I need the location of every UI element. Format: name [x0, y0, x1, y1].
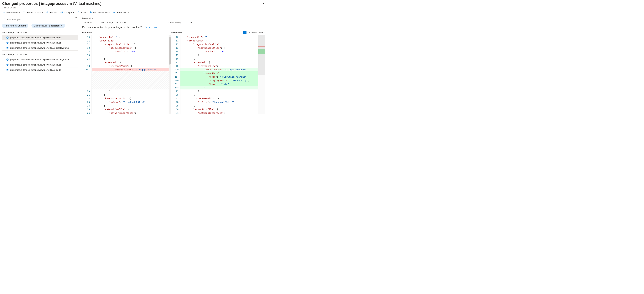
svg-point-4 [114, 12, 115, 13]
change-row[interactable]: iproperties.extended.instanceView.powerS… [2, 40, 78, 45]
change-row[interactable]: iproperties.extended.instanceView.powerS… [2, 35, 78, 40]
refresh-icon [46, 11, 48, 14]
filter-input[interactable] [7, 18, 49, 21]
feedback-yes-link[interactable]: Yes [146, 26, 150, 28]
chevron-down-icon: ▾ [128, 12, 129, 14]
change-row-path: properties.extended.instanceView.powerSt… [10, 36, 61, 39]
full-context-checkbox[interactable] [244, 31, 246, 34]
info-icon: i [6, 58, 9, 61]
collapse-left-button[interactable]: ≪ [75, 16, 78, 19]
info-icon: i [6, 64, 9, 66]
feedback-no-link[interactable]: No [154, 26, 157, 28]
pin-button[interactable]: Pin current filters [90, 11, 110, 14]
change-row[interactable]: iproperties.extended.instanceView.powerS… [2, 62, 78, 67]
search-icon [3, 18, 6, 21]
resource-health-button[interactable]: Resource health [23, 11, 43, 14]
change-row-path: properties.extended.instanceView.powerSt… [10, 64, 61, 66]
time-range-pill[interactable]: Time range : Custom [2, 24, 28, 28]
gear-icon [60, 11, 63, 14]
share-icon [77, 11, 80, 14]
info-icon: i [6, 36, 9, 39]
view-resource-button[interactable]: View resource [2, 11, 20, 14]
svg-text:i: i [7, 64, 8, 66]
change-row-path: properties.extended.instanceView.powerSt… [10, 58, 69, 61]
change-row[interactable]: iproperties.extended.instanceView.powerS… [2, 45, 78, 50]
svg-point-1 [62, 12, 62, 13]
info-icon: i [6, 69, 9, 71]
full-context-label: View Full Context [248, 31, 265, 34]
change-row[interactable]: iproperties.extended.instanceView.powerS… [2, 67, 78, 72]
diagnose-question: Did this information help you diagnose t… [82, 26, 265, 28]
configure-button[interactable]: Configure [60, 11, 74, 14]
close-button[interactable]: ✕ [261, 1, 266, 6]
diff-viewer: 10111213141516171819 20212223242526 "man… [82, 35, 265, 114]
svg-text:i: i [7, 59, 8, 60]
change-group-header: 3/17/2021, 6:22:57 AM PDT [2, 30, 78, 35]
new-value-header: New value [171, 31, 244, 34]
metadata: Description: Timestamp:03/17/2021, 6:22:… [82, 17, 265, 24]
clear-level-icon[interactable]: ✕ [61, 24, 62, 27]
change-row-path: properties.extended.instanceView.powerSt… [10, 69, 61, 71]
share-button[interactable]: Share [77, 11, 86, 14]
svg-line-6 [5, 20, 5, 20]
svg-text:i: i [7, 47, 8, 49]
change-group-header: 3/17/2021, 6:22:25 AM PDT [2, 50, 78, 57]
old-value-header: Old value [82, 31, 171, 34]
feedback-icon [113, 11, 116, 14]
pin-icon [90, 11, 92, 14]
more-button[interactable]: ⋯ [104, 2, 107, 6]
heart-icon [23, 11, 26, 14]
minimap[interactable] [258, 35, 265, 114]
info-icon: i [6, 42, 9, 44]
change-row[interactable]: iproperties.extended.instanceView.powerS… [2, 57, 78, 62]
filter-input-wrap[interactable] [2, 17, 51, 22]
svg-text:i: i [7, 37, 8, 38]
svg-text:i: i [7, 69, 8, 71]
info-icon: i [6, 46, 9, 49]
change-row-path: properties.extended.instanceView.powerSt… [10, 46, 69, 49]
svg-point-0 [3, 12, 4, 13]
svg-text:i: i [7, 42, 8, 44]
svg-point-3 [113, 12, 114, 13]
change-level-pill[interactable]: Change level : 2 selected ✕ [32, 24, 65, 28]
eye-icon [2, 11, 5, 14]
refresh-button[interactable]: Refresh [46, 11, 58, 14]
check-icon [244, 32, 246, 34]
change-row-path: properties.extended.instanceView.powerSt… [10, 42, 61, 44]
page-title: Changed properties | imageprocessvm (Vir… [2, 2, 102, 6]
feedback-button[interactable]: Feedback ▾ [113, 11, 129, 14]
page-subtitle: Change Details [2, 6, 266, 9]
scrollbar[interactable] [168, 35, 171, 114]
svg-point-5 [4, 18, 5, 20]
